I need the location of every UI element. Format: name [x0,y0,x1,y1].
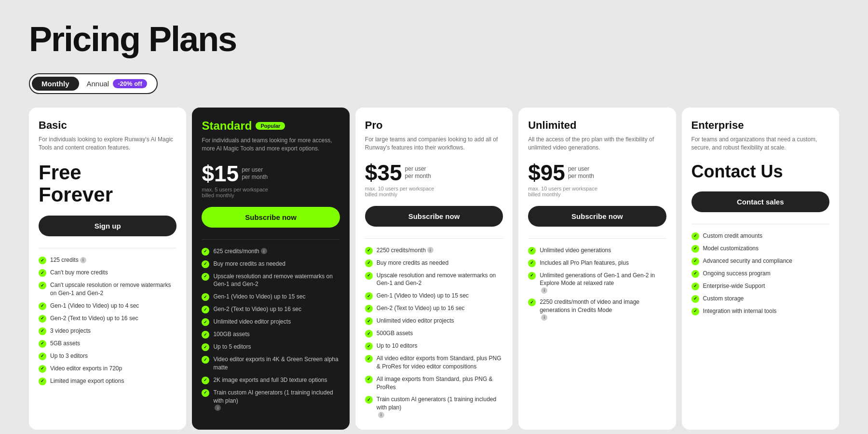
plan-btn-pro[interactable]: Subscribe now [365,206,503,227]
check-icon [692,232,699,240]
feature-text: Can't buy more credits [50,269,108,277]
feature-item: Buy more credits as needed [202,260,339,268]
feature-item: 2250 credits/monthi [365,246,503,255]
feature-item: Custom storage [692,295,829,303]
plan-divider-basic [39,248,176,248]
plan-desc-standard: For individuals and teams looking for mo… [202,136,339,153]
plan-divider-standard [202,239,339,240]
features-list-enterprise: Custom credit amountsModel customization… [692,232,829,315]
plan-name-unlimited: Unlimited [528,119,576,132]
feature-text: Train custom AI generators (1 training i… [377,395,503,418]
plan-name-row: Basic [39,119,176,132]
feature-text: Enterprise-wide Support [703,282,765,290]
check-icon [365,292,373,300]
check-icon [39,353,46,360]
feature-item: Video editor exports in 4K & Green Scree… [202,355,339,372]
feature-item: Unlimited video generations [528,246,666,255]
plan-btn-enterprise[interactable]: Contact sales [692,191,829,212]
feature-item: Advanced security and compliance [692,257,829,265]
feature-item: 3 video projects [39,327,176,335]
feature-text: Train custom AI generators (1 training i… [213,389,339,411]
check-icon [365,317,373,325]
check-icon [202,356,209,364]
feature-text: Can't upscale resolution or remove water… [50,281,176,298]
plan-card-standard: StandardPopularFor individuals and teams… [192,108,349,430]
check-icon [692,295,699,303]
check-icon [39,257,46,264]
check-icon [365,305,373,312]
feature-text: Integration with internal tools [703,307,777,315]
feature-item: Gen-2 (Text to Video) up to 16 sec [39,314,176,323]
billing-toggle[interactable]: Monthly Annual -20% off [29,73,158,94]
annual-option[interactable]: Annual -20% off [79,76,155,91]
plan-name-row: Pro [365,119,503,132]
feature-text: Custom storage [703,295,744,303]
feature-item: Enterprise-wide Support [692,282,829,290]
check-icon [39,378,46,385]
check-icon [528,247,536,255]
feature-item: Up to 10 editors [365,342,503,350]
feature-item: Model customizations [692,244,829,253]
feature-text: Unlimited video generations [540,246,611,255]
feature-item: Up to 3 editors [39,352,176,360]
feature-item: 625 credits/monthi [202,247,339,256]
feature-text: Up to 5 editors [213,343,251,351]
check-icon [528,272,536,280]
check-icon [365,330,373,338]
page-title: Pricing Plans [29,19,839,59]
feature-text: Video editor exports in 4K & Green Scree… [213,355,339,372]
info-icon[interactable]: i [541,287,547,294]
features-list-basic: 125 creditsiCan't buy more creditsCan't … [39,256,176,385]
check-icon [365,272,373,280]
check-icon [202,293,209,301]
info-icon[interactable]: i [378,412,384,418]
feature-text: Gen-2 (Text to Video) up to 16 sec [50,314,138,323]
plan-btn-unlimited[interactable]: Subscribe now [528,206,666,227]
check-icon [202,273,209,281]
plan-card-pro: ProFor large teams and companies looking… [355,108,513,430]
plan-btn-standard[interactable]: Subscribe now [202,207,339,228]
check-icon [39,315,46,323]
check-icon [202,306,209,313]
feature-item: 5GB assets [39,339,176,348]
feature-text: 500GB assets [377,329,413,338]
feature-item: Buy more credits as needed [365,259,503,267]
feature-text: Up to 10 editors [377,342,418,350]
info-icon[interactable]: i [541,314,547,321]
info-icon[interactable]: i [427,247,434,253]
info-icon[interactable]: i [215,405,221,411]
feature-text: 2250 credits/month of video and image ge… [540,298,666,321]
feature-text: Ongoing success program [703,270,771,278]
feature-item: 125 creditsi [39,256,176,264]
plan-btn-basic[interactable]: Sign up [39,216,176,236]
feature-item: 500GB assets [365,329,503,338]
plan-price-row-unlimited: $95per userper month [528,162,666,184]
feature-text: Upscale resolution and remove watermarks… [377,271,503,288]
check-icon [365,376,373,383]
feature-item: Video editor exports in 720p [39,365,176,373]
feature-item: Can't upscale resolution or remove water… [39,281,176,298]
feature-item: Gen-1 (Video to Video) up to 15 sec [202,293,339,301]
feature-text: Unlimited video editor projects [377,317,454,325]
monthly-option[interactable]: Monthly [32,77,79,91]
plan-name-basic: Basic [39,119,67,132]
feature-text: Buy more credits as needed [213,260,285,268]
plan-name-standard: Standard [202,119,252,133]
features-list-standard: 625 credits/monthiBuy more credits as ne… [202,247,339,411]
info-icon[interactable]: i [80,257,86,263]
plan-name-row: StandardPopular [202,119,339,133]
plan-price-enterprise: Contact Us [692,162,829,182]
feature-text: Custom credit amounts [703,232,762,240]
feature-text: Limited image export options [50,377,124,385]
feature-item: Upscale resolution and remove watermarks… [202,272,339,289]
check-icon [202,248,209,256]
info-icon[interactable]: i [261,248,267,254]
price-label-standard: per userper month [242,166,268,181]
feature-item: All image exports from Standard, plus PN… [365,375,503,392]
feature-item: Gen-1 (Video to Video) up to 15 sec [365,292,503,300]
plan-price-row-standard: $15per userper month [202,163,339,185]
feature-item: Gen-2 (Text to Video) up to 16 sec [365,304,503,312]
feature-text: 2K image exports and full 3D texture opt… [213,376,327,384]
price-amount-standard: $15 [202,163,239,185]
feature-text: Upscale resolution and remove watermarks… [213,272,339,289]
